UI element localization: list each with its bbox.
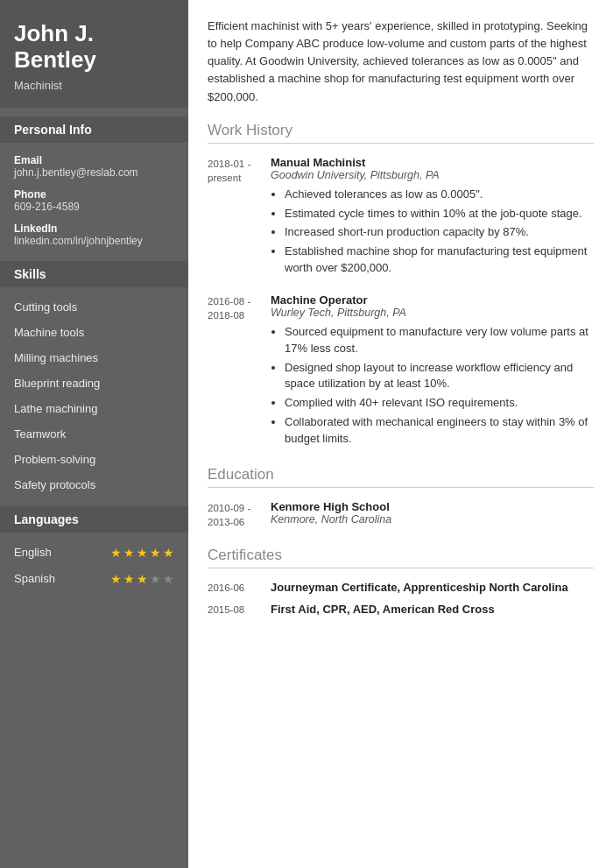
language-name: Spanish [14,572,55,585]
cert-entries: 2016-06Journeyman Certificate, Apprentic… [208,581,594,616]
phone-label: Phone [14,188,174,201]
edu-entry: 2010-09 - 2013-06Kenmore High SchoolKenm… [208,500,594,531]
cert-name: Journeyman Certificate, Apprenticeship N… [271,581,568,594]
candidate-title: Machinist [14,79,174,92]
bullet-item: Estimated cycle times to within 10% at t… [285,206,594,222]
skill-item: Problem-solving [0,447,188,472]
personal-info-section: Personal Info Email john.j.bentley@resla… [0,108,188,252]
skill-item: Milling machines [0,345,188,370]
language-item: Spanish★★★★★ [0,566,188,592]
bullet-item: Collaborated with mechanical engineers t… [285,414,594,448]
company-name: Goodwin University, Pittsburgh, PA [271,169,594,181]
company-name: Wurley Tech, Pittsburgh, PA [271,307,594,319]
star-icon: ★ [163,546,174,560]
main-content: Efficient machinist with 5+ years' exper… [188,0,613,868]
skill-item: Teamwork [0,421,188,447]
language-stars: ★★★★★ [110,572,174,586]
skills-list: Cutting toolsMachine toolsMilling machin… [0,294,188,498]
job-title: Manual Machinist [271,156,594,169]
star-icon: ★ [137,572,148,586]
edu-content: Kenmore High SchoolKenmore, North Caroli… [271,500,594,531]
cert-name: First Aid, CPR, AED, American Red Cross [271,603,495,616]
phone-value: 609-216-4589 [14,201,174,213]
star-icon: ★ [150,572,161,586]
bullet-item: Designed shop layout to increase workflo… [285,360,594,393]
edu-date: 2010-09 - 2013-06 [208,500,271,531]
skill-item: Blueprint reading [0,370,188,396]
language-item: English★★★★★ [0,540,188,566]
languages-label: Languages [0,506,188,533]
bullet-item: Achieved tolerances as low as 0.0005". [285,187,594,203]
email-item: Email john.j.bentley@reslab.com [0,150,188,184]
education-label: Education [208,466,594,488]
work-entry: 2018-01 - presentManual MachinistGoodwin… [208,156,594,279]
linkedin-value: linkedin.com/in/johnjbentley [14,235,174,247]
cert-entry: 2015-08First Aid, CPR, AED, American Red… [208,603,594,616]
entry-content: Manual MachinistGoodwin University, Pitt… [271,156,594,279]
bullet-item: Complied with 40+ relevant ISO requireme… [285,395,594,412]
bullet-item: Increased short-run production capacity … [285,224,594,241]
star-icon: ★ [110,546,122,560]
star-icon: ★ [137,546,148,560]
skills-section: Skills Cutting toolsMachine toolsMilling… [0,252,188,498]
resume-container: John J. Bentley Machinist Personal Info … [0,0,613,868]
candidate-name: John J. Bentley [14,21,174,74]
cert-entry: 2016-06Journeyman Certificate, Apprentic… [208,581,594,594]
school-name: Kenmore High School [271,500,594,513]
skills-label: Skills [0,261,188,287]
job-title: Machine Operator [271,293,594,307]
bullet-item: Sourced equipment to manufacture very lo… [285,324,594,357]
entry-bullets: Sourced equipment to manufacture very lo… [271,324,594,448]
star-icon: ★ [123,546,135,560]
entry-content: Machine OperatorWurley Tech, Pittsburgh,… [271,293,594,450]
certificates-section: Certificates 2016-06Journeyman Certifica… [208,547,594,616]
phone-item: Phone 609-216-4589 [0,184,188,218]
bullet-item: Established machine shop for manufacturi… [285,243,594,277]
linkedin-item: LinkedIn linkedin.com/in/johnjbentley [0,218,188,252]
skill-item: Lathe machining [0,396,188,421]
cert-date: 2015-08 [208,603,271,616]
entry-date: 2018-01 - present [208,156,271,279]
work-history-section: Work History 2018-01 - presentManual Mac… [208,122,594,450]
languages-section: Languages English★★★★★Spanish★★★★★ [0,498,188,592]
personal-info-label: Personal Info [0,116,188,143]
skill-item: Safety protocols [0,472,188,498]
email-label: Email [14,154,174,166]
languages-list: English★★★★★Spanish★★★★★ [0,540,188,592]
sidebar: John J. Bentley Machinist Personal Info … [0,0,188,868]
linkedin-label: LinkedIn [14,222,174,235]
star-icon: ★ [123,572,135,586]
work-history-label: Work History [208,122,594,144]
language-stars: ★★★★★ [110,546,174,560]
edu-entries: 2010-09 - 2013-06Kenmore High SchoolKenm… [208,500,594,531]
cert-date: 2016-06 [208,581,271,594]
certificates-label: Certificates [208,547,594,568]
work-entries: 2018-01 - presentManual MachinistGoodwin… [208,156,594,450]
school-location: Kenmore, North Carolina [271,513,594,526]
sidebar-header: John J. Bentley Machinist [0,0,188,108]
skill-item: Machine tools [0,320,188,345]
education-section: Education 2010-09 - 2013-06Kenmore High … [208,466,594,531]
language-name: English [14,546,52,559]
star-icon: ★ [110,572,122,586]
email-value: john.j.bentley@reslab.com [14,166,174,179]
star-icon: ★ [163,572,174,586]
work-entry: 2016-08 - 2018-08Machine OperatorWurley … [208,293,594,450]
summary-text: Efficient machinist with 5+ years' exper… [208,18,594,106]
skill-item: Cutting tools [0,294,188,320]
star-icon: ★ [150,546,161,560]
entry-bullets: Achieved tolerances as low as 0.0005".Es… [271,187,594,277]
entry-date: 2016-08 - 2018-08 [208,293,271,450]
